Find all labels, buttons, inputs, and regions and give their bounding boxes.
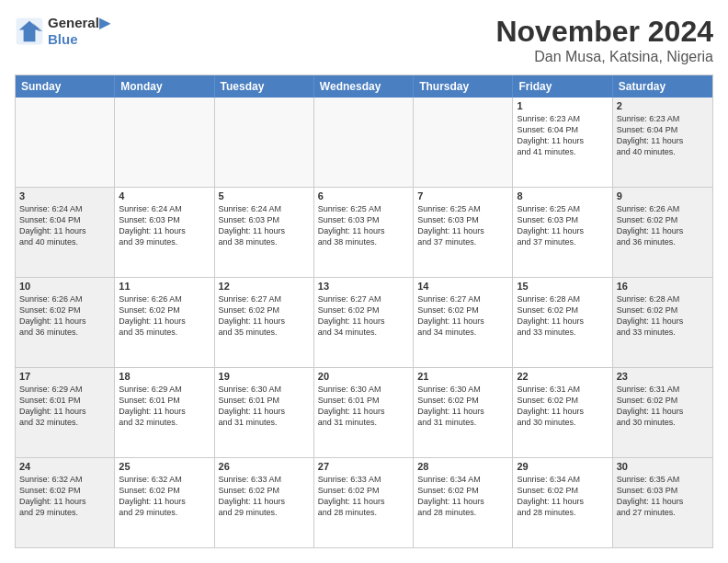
calendar-week-2: 3Sunrise: 6:24 AM Sunset: 6:04 PM Daylig…	[16, 188, 712, 278]
day-info: Sunrise: 6:31 AM Sunset: 6:02 PM Dayligh…	[617, 384, 709, 429]
day-number: 19	[219, 371, 310, 382]
day-cell-24: 24Sunrise: 6:32 AM Sunset: 6:02 PM Dayli…	[16, 458, 115, 547]
day-cell-29: 29Sunrise: 6:34 AM Sunset: 6:02 PM Dayli…	[513, 458, 612, 547]
day-info: Sunrise: 6:24 AM Sunset: 6:04 PM Dayligh…	[19, 203, 110, 248]
day-cell-13: 13Sunrise: 6:27 AM Sunset: 6:02 PM Dayli…	[314, 278, 414, 367]
day-cell-19: 19Sunrise: 6:30 AM Sunset: 6:01 PM Dayli…	[215, 368, 314, 457]
day-number: 22	[517, 371, 608, 382]
header-day-monday: Monday	[115, 75, 214, 98]
day-number: 14	[417, 281, 508, 292]
empty-cell	[414, 98, 513, 187]
day-info: Sunrise: 6:23 AM Sunset: 6:04 PM Dayligh…	[617, 113, 709, 158]
day-info: Sunrise: 6:29 AM Sunset: 6:01 PM Dayligh…	[19, 384, 110, 429]
day-info: Sunrise: 6:33 AM Sunset: 6:02 PM Dayligh…	[219, 474, 310, 519]
day-cell-22: 22Sunrise: 6:31 AM Sunset: 6:02 PM Dayli…	[513, 368, 612, 457]
day-number: 7	[417, 190, 508, 201]
page: General▶ Blue November 2024 Dan Musa, Ka…	[0, 0, 728, 563]
calendar-week-5: 24Sunrise: 6:32 AM Sunset: 6:02 PM Dayli…	[16, 458, 712, 547]
header-day-sunday: Sunday	[16, 75, 115, 98]
day-info: Sunrise: 6:34 AM Sunset: 6:02 PM Dayligh…	[517, 474, 608, 519]
calendar-week-4: 17Sunrise: 6:29 AM Sunset: 6:01 PM Dayli…	[16, 368, 712, 458]
day-number: 23	[617, 371, 709, 382]
day-number: 13	[318, 281, 409, 292]
title-area: November 2024 Dan Musa, Katsina, Nigeria	[495, 15, 713, 65]
day-number: 18	[119, 371, 210, 382]
day-info: Sunrise: 6:29 AM Sunset: 6:01 PM Dayligh…	[119, 384, 210, 429]
day-number: 28	[417, 461, 508, 472]
day-info: Sunrise: 6:27 AM Sunset: 6:02 PM Dayligh…	[417, 293, 508, 339]
day-number: 21	[417, 371, 508, 382]
day-cell-5: 5Sunrise: 6:24 AM Sunset: 6:03 PM Daylig…	[215, 188, 314, 277]
day-number: 24	[19, 461, 110, 472]
day-number: 25	[119, 461, 210, 472]
day-info: Sunrise: 6:30 AM Sunset: 6:01 PM Dayligh…	[219, 384, 310, 429]
header-day-wednesday: Wednesday	[314, 75, 414, 98]
calendar-body: 1Sunrise: 6:23 AM Sunset: 6:04 PM Daylig…	[16, 98, 712, 547]
day-info: Sunrise: 6:25 AM Sunset: 6:03 PM Dayligh…	[417, 203, 508, 248]
day-cell-2: 2Sunrise: 6:23 AM Sunset: 6:04 PM Daylig…	[613, 98, 712, 187]
day-info: Sunrise: 6:33 AM Sunset: 6:02 PM Dayligh…	[318, 474, 409, 519]
day-number: 1	[517, 100, 608, 111]
day-info: Sunrise: 6:27 AM Sunset: 6:02 PM Dayligh…	[318, 293, 409, 339]
day-cell-27: 27Sunrise: 6:33 AM Sunset: 6:02 PM Dayli…	[314, 458, 414, 547]
day-number: 3	[19, 190, 110, 201]
day-number: 27	[318, 461, 409, 472]
day-cell-16: 16Sunrise: 6:28 AM Sunset: 6:02 PM Dayli…	[613, 278, 712, 367]
day-number: 5	[219, 190, 310, 201]
day-number: 29	[517, 461, 608, 472]
calendar-week-3: 10Sunrise: 6:26 AM Sunset: 6:02 PM Dayli…	[16, 278, 712, 368]
day-info: Sunrise: 6:35 AM Sunset: 6:03 PM Dayligh…	[617, 474, 709, 519]
header-day-thursday: Thursday	[414, 75, 513, 98]
day-cell-9: 9Sunrise: 6:26 AM Sunset: 6:02 PM Daylig…	[613, 188, 712, 277]
logo-area: General▶ Blue	[15, 15, 110, 47]
day-info: Sunrise: 6:31 AM Sunset: 6:02 PM Dayligh…	[517, 384, 608, 429]
day-info: Sunrise: 6:26 AM Sunset: 6:02 PM Dayligh…	[19, 293, 110, 339]
day-cell-7: 7Sunrise: 6:25 AM Sunset: 6:03 PM Daylig…	[414, 188, 513, 277]
day-info: Sunrise: 6:24 AM Sunset: 6:03 PM Dayligh…	[219, 203, 310, 248]
day-cell-30: 30Sunrise: 6:35 AM Sunset: 6:03 PM Dayli…	[613, 458, 712, 547]
calendar: SundayMondayTuesdayWednesdayThursdayFrid…	[15, 75, 713, 548]
empty-cell	[314, 98, 414, 187]
day-cell-11: 11Sunrise: 6:26 AM Sunset: 6:02 PM Dayli…	[115, 278, 214, 367]
empty-cell	[215, 98, 314, 187]
day-cell-28: 28Sunrise: 6:34 AM Sunset: 6:02 PM Dayli…	[414, 458, 513, 547]
day-cell-3: 3Sunrise: 6:24 AM Sunset: 6:04 PM Daylig…	[16, 188, 115, 277]
day-number: 15	[517, 281, 608, 292]
day-number: 8	[517, 190, 608, 201]
day-info: Sunrise: 6:25 AM Sunset: 6:03 PM Dayligh…	[517, 203, 608, 248]
day-cell-6: 6Sunrise: 6:25 AM Sunset: 6:03 PM Daylig…	[314, 188, 414, 277]
day-number: 6	[318, 190, 409, 201]
day-number: 11	[119, 281, 210, 292]
day-cell-23: 23Sunrise: 6:31 AM Sunset: 6:02 PM Dayli…	[613, 368, 712, 457]
month-title: November 2024	[495, 15, 713, 49]
day-cell-25: 25Sunrise: 6:32 AM Sunset: 6:02 PM Dayli…	[115, 458, 214, 547]
day-number: 12	[219, 281, 310, 292]
day-cell-14: 14Sunrise: 6:27 AM Sunset: 6:02 PM Dayli…	[414, 278, 513, 367]
header: General▶ Blue November 2024 Dan Musa, Ka…	[15, 15, 713, 65]
day-cell-8: 8Sunrise: 6:25 AM Sunset: 6:03 PM Daylig…	[513, 188, 612, 277]
day-number: 20	[318, 371, 409, 382]
calendar-week-1: 1Sunrise: 6:23 AM Sunset: 6:04 PM Daylig…	[16, 98, 712, 188]
header-day-friday: Friday	[513, 75, 612, 98]
day-number: 16	[617, 281, 709, 292]
day-info: Sunrise: 6:34 AM Sunset: 6:02 PM Dayligh…	[417, 474, 508, 519]
day-number: 2	[617, 100, 709, 111]
location: Dan Musa, Katsina, Nigeria	[495, 49, 713, 65]
day-info: Sunrise: 6:26 AM Sunset: 6:02 PM Dayligh…	[617, 203, 709, 248]
header-day-saturday: Saturday	[613, 75, 712, 98]
day-cell-12: 12Sunrise: 6:27 AM Sunset: 6:02 PM Dayli…	[215, 278, 314, 367]
header-day-tuesday: Tuesday	[215, 75, 314, 98]
day-cell-18: 18Sunrise: 6:29 AM Sunset: 6:01 PM Dayli…	[115, 368, 214, 457]
day-cell-26: 26Sunrise: 6:33 AM Sunset: 6:02 PM Dayli…	[215, 458, 314, 547]
logo-text: General▶ Blue	[48, 15, 110, 47]
day-info: Sunrise: 6:32 AM Sunset: 6:02 PM Dayligh…	[119, 474, 210, 519]
day-info: Sunrise: 6:28 AM Sunset: 6:02 PM Dayligh…	[517, 293, 608, 339]
day-info: Sunrise: 6:23 AM Sunset: 6:04 PM Dayligh…	[517, 113, 608, 158]
day-info: Sunrise: 6:27 AM Sunset: 6:02 PM Dayligh…	[219, 293, 310, 339]
day-cell-21: 21Sunrise: 6:30 AM Sunset: 6:02 PM Dayli…	[414, 368, 513, 457]
day-cell-15: 15Sunrise: 6:28 AM Sunset: 6:02 PM Dayli…	[513, 278, 612, 367]
day-info: Sunrise: 6:25 AM Sunset: 6:03 PM Dayligh…	[318, 203, 409, 248]
day-cell-10: 10Sunrise: 6:26 AM Sunset: 6:02 PM Dayli…	[16, 278, 115, 367]
day-info: Sunrise: 6:24 AM Sunset: 6:03 PM Dayligh…	[119, 203, 210, 248]
day-info: Sunrise: 6:32 AM Sunset: 6:02 PM Dayligh…	[19, 474, 110, 519]
